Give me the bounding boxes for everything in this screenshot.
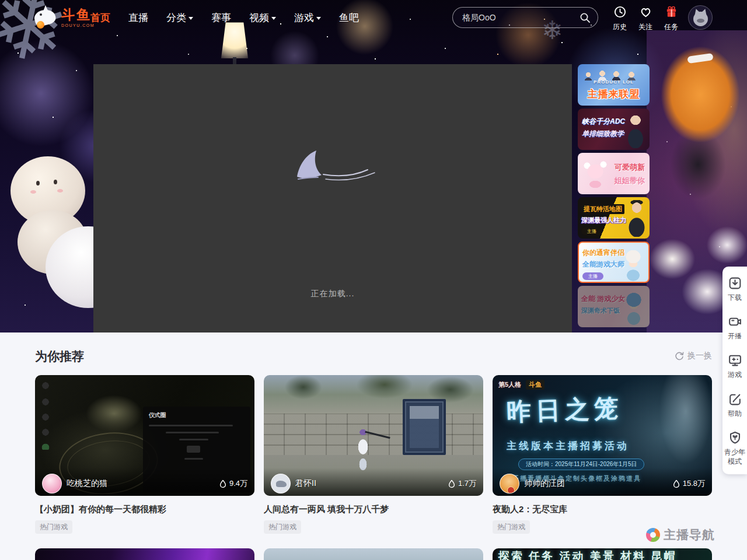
search-box[interactable]: [452, 7, 598, 28]
viewer-count: 1.7万: [448, 478, 476, 489]
nav-item-games[interactable]: 游戏: [294, 11, 321, 24]
refresh-button[interactable]: 换一换: [675, 351, 712, 361]
stream-card: 仪式圈 吃桃芝的猫 9.4万: [35, 375, 254, 534]
hero-wallpaper: ❄ ❄ 斗鱼 DOUYU.COM 首页: [0, 0, 747, 332]
side-banner-teyvat-map[interactable]: 提瓦特活地图 深渊最强人柱力 主播: [578, 197, 650, 239]
streamer-avatar[interactable]: [500, 474, 519, 494]
download-button[interactable]: 下载: [723, 276, 746, 302]
anchor-nav-icon: [646, 528, 660, 542]
side-banner-adc-teaching[interactable]: 峡谷千分ADC 单排细致教学: [578, 108, 650, 150]
stream-title[interactable]: 【小奶团】有你的每一天都很精彩: [35, 504, 254, 515]
heart-icon: [639, 5, 652, 19]
avatar-cat-face: [697, 19, 704, 23]
thumbnail-footer: 帅帅的汪团 15.8万: [493, 468, 712, 496]
side-banner-night-companion[interactable]: 你的通宵伴侣 全能游戏大师 主播: [578, 242, 650, 283]
user-avatar[interactable]: [688, 5, 713, 30]
event-headline: 昨日之笼: [506, 392, 624, 429]
thumbnail-badges: 第5人格 斗鱼: [498, 380, 544, 390]
doll-eye-decor: [54, 180, 57, 184]
streamer-name[interactable]: 吃桃芝的猫: [67, 478, 219, 489]
thumbnail-footer: 君怀II 1.7万: [264, 468, 483, 496]
teen-mode-button[interactable]: 青少年模式: [723, 430, 746, 466]
viewer-count: 15.8万: [672, 478, 705, 489]
page: ❄ ❄ 斗鱼 DOUYU.COM 首页: [0, 0, 747, 560]
stream-card: 君怀II 1.7万 人间总有一两风 填我十万八千梦 热门游戏: [264, 375, 483, 534]
douyu-logo[interactable]: 斗鱼 DOUYU.COM: [33, 5, 95, 30]
search-input[interactable]: [462, 13, 580, 22]
shark-fin-loader-icon: [289, 148, 376, 188]
stream-thumbnail[interactable]: 仪式圈 吃桃芝的猫 9.4万: [35, 375, 254, 496]
streamer-avatar[interactable]: [271, 474, 291, 494]
help-button[interactable]: 帮助: [723, 392, 746, 418]
stream-thumbnail[interactable]: [35, 548, 254, 560]
go-live-button[interactable]: 开播: [723, 314, 746, 341]
banner-person-decor: [624, 200, 648, 237]
heat-icon: [672, 480, 680, 488]
chevron-down-icon: [271, 17, 276, 20]
main-nav: 首页 直播 分类 赛事 视频 游戏 鱼吧: [90, 0, 359, 35]
search-icon[interactable]: [580, 12, 591, 23]
nav-item-video[interactable]: 视频: [249, 11, 276, 24]
edit-icon: [728, 392, 742, 407]
side-banner-lol-alliance[interactable]: PRODUCT LOL 主播来联盟: [578, 64, 650, 106]
recommend-section: 为你推荐 换一换 仪式圈: [0, 332, 747, 560]
follow-button[interactable]: 关注: [633, 5, 658, 32]
streamer-name[interactable]: 君怀II: [295, 478, 448, 489]
logo-text: 斗鱼 DOUYU.COM: [61, 8, 95, 27]
game-center-button[interactable]: 游戏: [723, 353, 746, 379]
shark-mascot-icon: [33, 5, 58, 30]
game-logo-text: 第5人格: [498, 380, 521, 389]
banner-host-badge: 主播: [581, 228, 602, 235]
side-banner-list: PRODUCT LOL 主播来联盟 峡谷千分ADC 单排细致教学 可爱萌新 姐姐…: [578, 64, 650, 330]
category-tag[interactable]: 热门游戏: [35, 520, 72, 534]
stream-title[interactable]: 夜勤人2：无尽宝库: [493, 504, 712, 515]
shield-sprout-icon: [728, 430, 742, 445]
stream-thumbnail[interactable]: 探索 任务 活动 美景 材料 昆帽: [493, 548, 712, 560]
game-hud-decor: [39, 380, 52, 450]
camera-icon: [728, 314, 742, 329]
stream-thumbnail[interactable]: 君怀II 1.7万: [264, 375, 483, 496]
nav-item-live[interactable]: 直播: [128, 11, 148, 24]
refresh-icon: [675, 351, 684, 360]
section-title: 为你推荐: [35, 348, 84, 365]
nav-actions: 历史 关注 任务: [607, 5, 684, 32]
streamer-name[interactable]: 帅帅的汪团: [524, 478, 672, 489]
side-banner-game-girl[interactable]: 全能 游戏少女 深渊奇术下饭: [578, 286, 650, 327]
logo-brand-text: 斗鱼: [61, 8, 95, 22]
history-button[interactable]: 历史: [607, 5, 633, 32]
logo-sub-text: DOUYU.COM: [61, 23, 95, 27]
heat-icon: [448, 480, 456, 488]
stream-thumbnail[interactable]: [264, 548, 483, 560]
doll-cheek-decor: [30, 190, 36, 194]
card-row-partial: 探索 任务 活动 美景 材料 昆帽: [35, 548, 712, 560]
stream-card: 第5人格 斗鱼 昨日之笼 主线版本主播招募活动 活动时间：2025年11月24日…: [493, 375, 712, 534]
streamer-avatar[interactable]: [42, 474, 62, 494]
tasks-button[interactable]: 任务: [658, 5, 684, 32]
viewer-count: 9.4万: [219, 478, 247, 489]
card-row: 仪式圈 吃桃芝的猫 9.4万: [35, 375, 712, 534]
nav-item-categories[interactable]: 分类: [166, 11, 193, 24]
banner-host-badge: 主播: [582, 272, 603, 280]
clock-icon: [613, 5, 627, 19]
anchor-nav-text: 主播导航: [664, 527, 715, 543]
nav-item-esports[interactable]: 赛事: [211, 11, 231, 24]
gift-icon: [665, 5, 678, 19]
category-tag[interactable]: 热门游戏: [264, 520, 301, 534]
nav-item-home[interactable]: 首页: [90, 11, 110, 24]
stream-title[interactable]: 人间总有一两风 填我十万八千梦: [264, 504, 483, 515]
chevron-down-icon: [316, 17, 321, 20]
nav-item-fishbar[interactable]: 鱼吧: [339, 11, 359, 24]
category-tag[interactable]: 热门游戏: [493, 520, 530, 534]
game-monitor-icon: [728, 353, 742, 368]
live-player: 正在加载...: [93, 64, 572, 332]
top-navbar: 斗鱼 DOUYU.COM 首页 直播 分类 赛事 视频 游戏 鱼吧: [0, 0, 747, 35]
bulletin-board-decor: [403, 399, 446, 455]
douyu-brand-chip: 斗鱼: [526, 380, 544, 390]
side-banner-cute-newbie[interactable]: 可爱萌新 姐姐带你: [578, 153, 650, 194]
loading-text: 正在加载...: [93, 289, 572, 299]
doll-cheek-decor: [57, 189, 63, 192]
stream-thumbnail[interactable]: 第5人格 斗鱼 昨日之笼 主线版本主播招募活动 活动时间：2025年11月24日…: [493, 375, 712, 496]
thumbnail-footer: 吃桃芝的猫 9.4万: [35, 468, 254, 496]
download-icon: [728, 276, 742, 290]
heat-icon: [219, 480, 227, 488]
